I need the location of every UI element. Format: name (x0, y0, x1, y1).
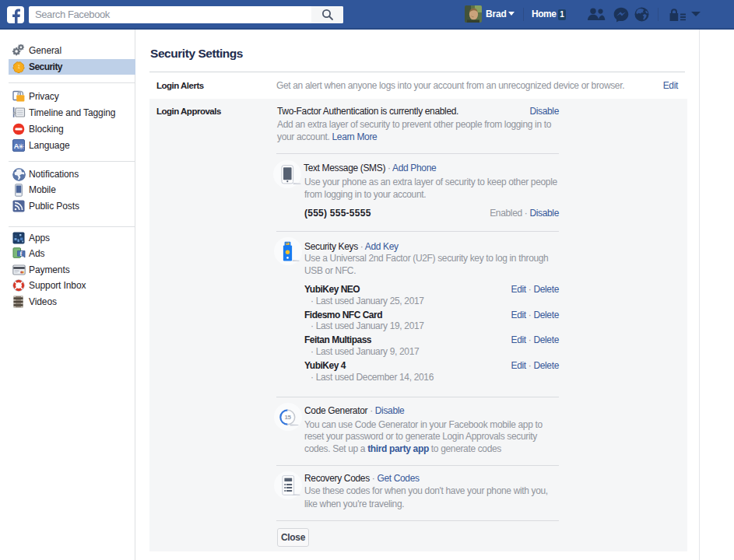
svg-text:f: f (20, 250, 23, 257)
svg-text:15: 15 (285, 414, 292, 421)
svg-text:✳: ✳ (18, 142, 24, 151)
